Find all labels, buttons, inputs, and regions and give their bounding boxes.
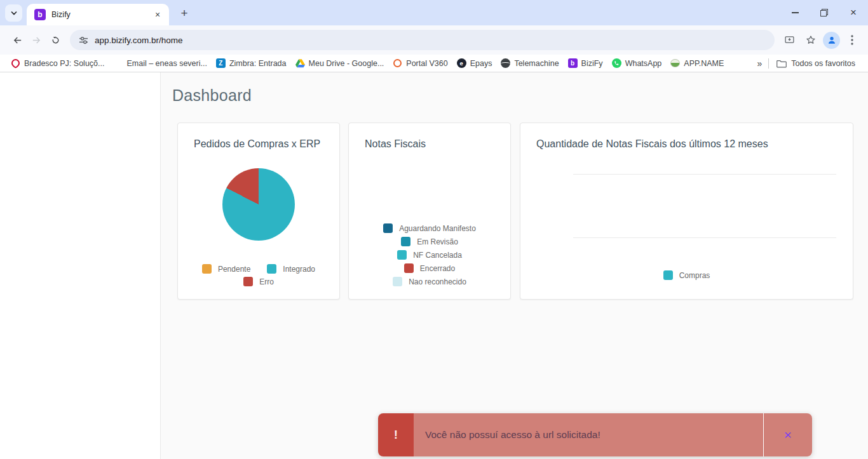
all-favorites-label: Todos os favoritos xyxy=(791,59,855,68)
bookmarks-overflow-button[interactable]: » xyxy=(750,58,768,69)
bookmark-bizify[interactable]: b BiziFy xyxy=(564,57,607,70)
browser-toolbar: app.bizify.com.br/home xyxy=(0,25,868,55)
legend-swatch xyxy=(401,237,410,246)
legend-swatch xyxy=(383,223,393,233)
install-app-button[interactable] xyxy=(780,30,799,50)
bizify-favicon: b xyxy=(34,9,46,20)
toolbar-right xyxy=(780,30,862,50)
card-notas-12-meses: Quantidade de Notas Fiscais dos últimos … xyxy=(520,123,853,300)
pie-legend: Pendente Integrado Erro xyxy=(178,264,339,286)
forward-icon xyxy=(31,35,42,46)
close-icon: × xyxy=(850,6,857,19)
browser-tab[interactable]: b Bizify × xyxy=(27,4,169,25)
legend-label: Encerrado xyxy=(420,264,455,273)
bookmark-label: BiziFy xyxy=(581,59,603,68)
reload-button[interactable] xyxy=(46,30,65,50)
app-sidebar xyxy=(0,72,161,459)
bookmark-drive[interactable]: Meu Drive - Google... xyxy=(291,57,389,70)
minimize-button[interactable] xyxy=(780,0,810,25)
legend-item-compras[interactable]: Compras xyxy=(663,270,710,280)
chart-gridline xyxy=(573,237,836,238)
tab-search-button[interactable] xyxy=(5,4,22,22)
tab-close-icon[interactable]: × xyxy=(153,10,163,20)
bookmark-email[interactable]: Email – eneas severi... xyxy=(109,57,211,70)
site-settings-icon xyxy=(79,36,88,45)
bookmark-bradesco[interactable]: Bradesco PJ: Soluçõ... xyxy=(6,57,109,70)
dashboard-content: Dashboard Pedidos de Compras x ERP Pende… xyxy=(161,72,868,459)
legend-label: Compras xyxy=(679,271,710,280)
bookmark-star-button[interactable] xyxy=(801,30,820,50)
back-button[interactable] xyxy=(8,30,27,50)
bookmark-label: Meu Drive - Google... xyxy=(309,59,384,68)
url-text: app.bizify.com.br/home xyxy=(95,36,183,45)
epays-icon: e xyxy=(457,58,466,68)
profile-avatar[interactable] xyxy=(823,32,840,49)
bar-legend: Compras xyxy=(520,270,853,280)
microsoft-icon xyxy=(113,58,123,68)
bookmark-zimbra[interactable]: Z Zimbra: Entrada xyxy=(212,57,291,70)
bizify-icon: b xyxy=(568,58,578,68)
pie-chart-pedidos xyxy=(222,168,295,241)
chart-gridline xyxy=(573,174,836,175)
browser-menu-button[interactable] xyxy=(843,30,862,50)
address-bar[interactable]: app.bizify.com.br/home xyxy=(70,30,775,50)
card-pedidos-compras-erp: Pedidos de Compras x ERP Pendente Integr… xyxy=(177,123,340,300)
v360-icon xyxy=(393,58,402,68)
close-window-button[interactable]: × xyxy=(839,0,868,25)
legend-swatch xyxy=(663,270,673,280)
legend-item-nf-cancelada[interactable]: NF Cancelada xyxy=(397,250,462,260)
legend-item-pendente[interactable]: Pendente xyxy=(202,264,250,274)
tab-strip: b Bizify × + × xyxy=(0,0,868,25)
legend-label: Erro xyxy=(259,277,274,286)
card-title: Notas Fiscais xyxy=(365,138,426,150)
back-icon xyxy=(12,35,23,46)
forward-button[interactable] xyxy=(27,30,46,50)
legend-swatch xyxy=(243,277,253,286)
bookmark-label: WhatsApp xyxy=(625,59,662,68)
window-controls: × xyxy=(780,0,868,25)
card-title: Pedidos de Compras x ERP xyxy=(194,138,320,150)
legend-item-em-revisao[interactable]: Em Revisão xyxy=(401,237,458,246)
legend-item-aguardando-manifesto[interactable]: Aguardando Manifesto xyxy=(383,223,476,233)
kebab-menu-icon xyxy=(851,35,853,45)
bookmark-telemachine[interactable]: Telemachine xyxy=(496,57,563,70)
legend-item-encerrado[interactable]: Encerrado xyxy=(404,263,455,273)
bookmark-epays[interactable]: e Epays xyxy=(452,57,497,70)
legend-swatch xyxy=(202,264,212,274)
toast-alert-icon: ! xyxy=(378,413,414,456)
google-drive-icon xyxy=(295,58,305,68)
tab-title: Bizify xyxy=(51,10,153,19)
zimbra-icon: Z xyxy=(216,58,226,68)
bookmark-appname[interactable]: APP.NAME xyxy=(666,57,728,70)
minimize-icon xyxy=(792,12,799,13)
legend-item-integrado[interactable]: Integrado xyxy=(267,264,315,274)
bookmark-label: Zimbra: Entrada xyxy=(229,59,287,68)
legend-swatch xyxy=(267,264,276,274)
reload-icon xyxy=(50,35,61,46)
bookmark-v360[interactable]: Portal V360 xyxy=(388,57,452,70)
chevron-down-icon xyxy=(10,10,18,17)
legend-item-erro[interactable]: Erro xyxy=(243,277,274,286)
restore-button[interactable] xyxy=(810,0,839,25)
bookmark-label: Telemachine xyxy=(514,59,559,68)
person-icon xyxy=(827,35,837,45)
legend-swatch xyxy=(397,250,407,260)
new-tab-button[interactable]: + xyxy=(177,6,192,21)
bradesco-icon xyxy=(11,58,20,68)
notas-legend: Aguardando Manifesto Em Revisão NF Cance… xyxy=(349,223,510,286)
restore-icon xyxy=(820,9,828,17)
bookmark-label: Portal V360 xyxy=(406,59,447,68)
telemachine-icon xyxy=(501,58,510,68)
install-icon xyxy=(783,35,796,46)
legend-item-nao-reconhecido[interactable]: Nao reconhecido xyxy=(393,277,466,286)
web-page: Dashboard Pedidos de Compras x ERP Pende… xyxy=(0,72,868,459)
all-favorites-button[interactable]: Todos os favoritos xyxy=(769,59,863,68)
bookmark-whatsapp[interactable]: WhatsApp xyxy=(607,57,667,70)
legend-label: Aguardando Manifesto xyxy=(399,224,476,233)
bookmarks-bar: Bradesco PJ: Soluçõ... Email – eneas sev… xyxy=(0,55,868,72)
bookmark-label: Bradesco PJ: Soluçõ... xyxy=(24,59,104,68)
toast-message: Você não possuí acesso à url solicitada! xyxy=(414,413,763,456)
toast-close-button[interactable]: × xyxy=(764,413,812,456)
legend-label: Integrado xyxy=(283,265,315,274)
appname-icon xyxy=(670,58,680,68)
